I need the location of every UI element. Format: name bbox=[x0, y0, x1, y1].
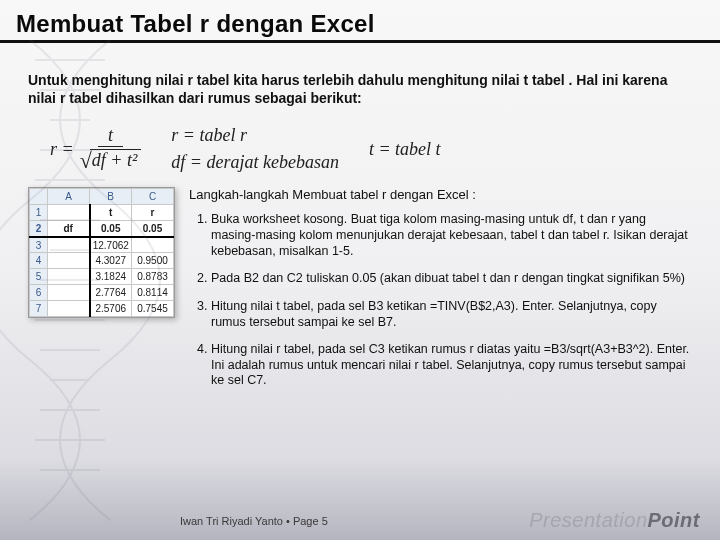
def-r: r = tabel r bbox=[171, 125, 339, 146]
formula-defs-col2: t = tabel t bbox=[369, 139, 441, 160]
bullet-icon: • bbox=[286, 515, 293, 527]
excel-col-C: C bbox=[132, 189, 174, 205]
intro-paragraph: Untuk menghitung nilai r tabel kita haru… bbox=[0, 43, 720, 115]
formula-lhs: r = bbox=[50, 139, 74, 160]
list-item: Buka worksheet kosong. Buat tiga kolom m… bbox=[211, 212, 692, 259]
formula-defs-col1: r = tabel r df = derajat kebebasan bbox=[171, 125, 339, 173]
formula-numerator: t bbox=[98, 125, 123, 147]
excel-col-header-row: A B C bbox=[30, 189, 174, 205]
formula-denominator: df + t² bbox=[90, 149, 142, 171]
steps-list: Buka worksheet kosong. Buat tiga kolom m… bbox=[189, 212, 692, 389]
table-row: 2 df 0.05 0.05 bbox=[30, 221, 174, 237]
formula-row: r = t √ df + t² r = tabel r df = derajat… bbox=[0, 115, 720, 179]
footer: Iwan Tri Riyadi Yanto • Page 5 Presentat… bbox=[0, 509, 720, 532]
title-bar: Membuat Tabel r dengan Excel bbox=[0, 0, 720, 43]
formula-main: r = t √ df + t² bbox=[50, 125, 141, 173]
author-line: Iwan Tri Riyadi Yanto • Page 5 bbox=[180, 515, 328, 527]
excel-col-A: A bbox=[48, 189, 90, 205]
slide-title: Membuat Tabel r dengan Excel bbox=[16, 10, 704, 38]
table-row: 5 3.1824 0.8783 bbox=[30, 269, 174, 285]
table-row: 3 12.7062 bbox=[30, 237, 174, 253]
excel-col-B: B bbox=[90, 189, 132, 205]
table-row: 4 4.3027 0.9500 bbox=[30, 253, 174, 269]
excel-corner bbox=[30, 189, 48, 205]
list-item: Hitung nilai r tabel, pada sel C3 ketika… bbox=[211, 342, 692, 389]
steps-title: Langkah-langkah Membuat tabel r dengan E… bbox=[189, 187, 692, 202]
table-row: 6 2.7764 0.8114 bbox=[30, 285, 174, 301]
list-item: Pada B2 dan C2 tuliskan 0.05 (akan dibua… bbox=[211, 271, 692, 287]
list-item: Hitung nilai t tabel, pada sel B3 ketika… bbox=[211, 299, 692, 330]
table-row: 1 t r bbox=[30, 205, 174, 221]
table-row: 7 2.5706 0.7545 bbox=[30, 301, 174, 317]
def-t: t = tabel t bbox=[369, 139, 441, 160]
brand-mark: PresentationPoint bbox=[529, 509, 700, 532]
steps-block: Langkah-langkah Membuat tabel r dengan E… bbox=[189, 187, 692, 401]
content-row: A B C 1 t r 2 df 0.05 0.05 3 12.7062 bbox=[0, 179, 720, 401]
def-df: df = derajat kebebasan bbox=[171, 152, 339, 173]
excel-preview: A B C 1 t r 2 df 0.05 0.05 3 12.7062 bbox=[28, 187, 175, 318]
